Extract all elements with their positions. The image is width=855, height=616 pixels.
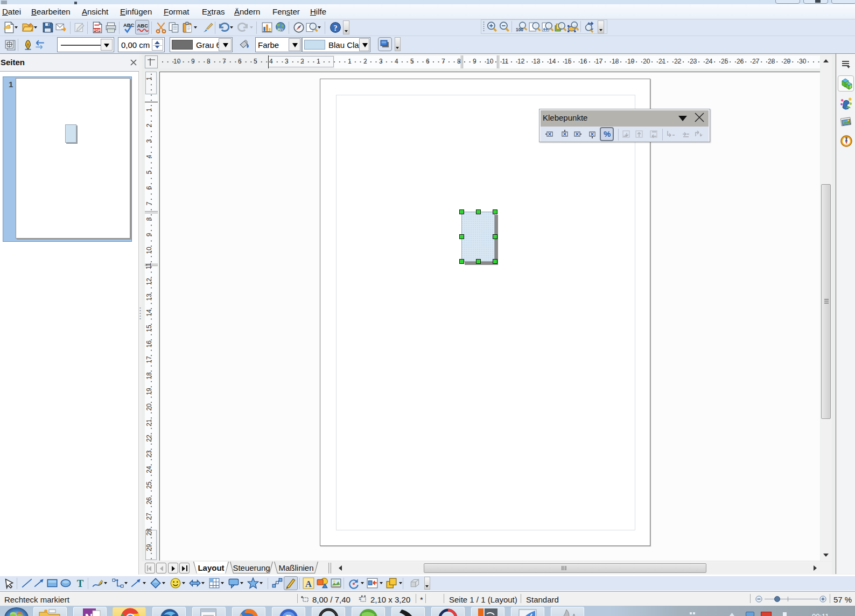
svg-text:P: P [285, 613, 292, 616]
svg-text:N: N [85, 612, 93, 616]
svg-text:N: N [845, 136, 847, 139]
svg-text:1: 1 [359, 597, 361, 600]
